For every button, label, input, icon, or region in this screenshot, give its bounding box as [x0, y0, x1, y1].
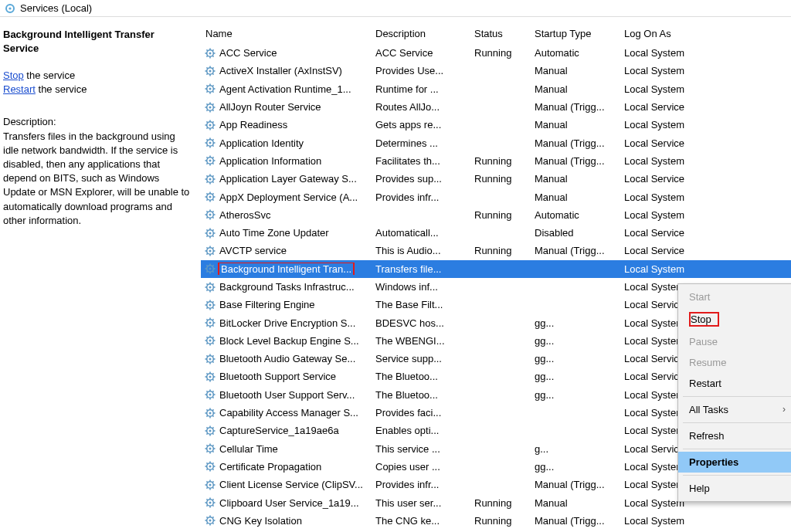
pane-header: Services (Local)	[0, 0, 791, 17]
service-row[interactable]: Application IdentityDetermines ...Manual…	[201, 134, 791, 151]
service-row[interactable]: Auto Time Zone UpdaterAutomaticall...Dis…	[201, 224, 791, 242]
cell-description: Provides faci...	[371, 407, 470, 418]
service-row[interactable]: Application InformationFacilitates th...…	[201, 152, 791, 170]
service-row[interactable]: App ReadinessGets apps re...ManualLocal …	[201, 116, 791, 134]
service-row[interactable]: Background Intelligent Tran...Transfers …	[201, 260, 791, 278]
cell-name: Background Intelligent Tran...	[201, 263, 371, 275]
service-row[interactable]: AtherosSvcRunningAutomaticLocal System	[201, 206, 791, 224]
cell-description: Determines ...	[371, 137, 470, 149]
column-headers[interactable]: Name Description Status Startup Type Log…	[201, 17, 791, 44]
service-row[interactable]: AllJoyn Router ServiceRoutes AllJo...Man…	[201, 98, 791, 116]
cell-description: Automaticall...	[371, 227, 470, 239]
cell-name: ActiveX Installer (AxInstSV)	[201, 65, 371, 77]
cell-description: Provides Use...	[371, 65, 470, 76]
cell-startup: Manual (Trigg...	[530, 245, 620, 256]
svg-line-69	[212, 158, 213, 158]
svg-line-30	[206, 91, 207, 92]
svg-line-140	[206, 290, 207, 290]
cell-description: Provides infr...	[371, 191, 470, 203]
cell-description: Windows inf...	[371, 281, 470, 293]
svg-line-260	[206, 505, 207, 506]
gear-icon	[204, 317, 216, 329]
service-row[interactable]: AppX Deployment Service (A...Provides in…	[201, 188, 791, 205]
col-header-description[interactable]: Description	[371, 28, 470, 39]
selected-service-title: Background Intelligent Transfer Service	[3, 28, 191, 55]
service-row[interactable]: ActiveX Installer (AxInstSV)Provides Use…	[201, 62, 791, 80]
svg-line-48	[212, 127, 213, 128]
svg-line-78	[212, 181, 213, 182]
svg-line-178	[212, 361, 213, 362]
cell-logon: Local System	[620, 119, 712, 130]
svg-line-148	[212, 307, 213, 308]
svg-line-40	[206, 110, 207, 110]
menu-help[interactable]: Help	[678, 478, 791, 499]
cell-logon: Local Service	[620, 137, 712, 149]
service-name-text: Background Intelligent Tran...	[219, 263, 355, 275]
service-row[interactable]: ACC ServiceACC ServiceRunningAutomaticLo…	[201, 44, 791, 62]
cell-startup: gg...	[530, 317, 620, 329]
col-header-name[interactable]: Name	[201, 28, 371, 39]
gear-icon	[204, 191, 216, 203]
cell-description: Enables opti...	[371, 425, 470, 436]
cell-name: AllJoyn Router Service	[201, 101, 371, 114]
cell-description: BDESVC hos...	[371, 317, 470, 329]
svg-line-88	[212, 199, 213, 200]
menu-separator	[683, 422, 791, 423]
svg-line-67	[206, 158, 207, 158]
service-name-text: ActiveX Installer (AxInstSV)	[219, 65, 342, 76]
menu-stop[interactable]: Stop	[678, 307, 791, 331]
menu-restart[interactable]: Restart	[678, 373, 791, 394]
menu-pause: Pause	[678, 331, 791, 352]
svg-line-209	[212, 409, 213, 410]
svg-line-108	[212, 236, 213, 236]
svg-line-147	[206, 301, 207, 302]
cell-status: Running	[470, 173, 530, 185]
cell-description: Gets apps re...	[371, 119, 470, 130]
service-name-text: Client License Service (ClipSV...	[219, 479, 363, 490]
gear-icon	[204, 388, 216, 401]
menu-properties[interactable]: Properties	[678, 452, 791, 473]
service-row[interactable]: CNG Key IsolationThe CNG ke...RunningMan…	[201, 512, 791, 530]
cell-startup: Manual (Trigg...	[530, 515, 620, 527]
menu-all-tasks[interactable]: All Tasks	[678, 399, 791, 420]
gear-icon	[204, 496, 216, 509]
svg-line-208	[212, 415, 213, 416]
cell-startup: Manual	[530, 83, 620, 95]
restart-link[interactable]: Restart	[3, 83, 36, 95]
cell-startup: Manual	[530, 497, 620, 509]
restart-service-line: Restart the service	[3, 83, 191, 97]
cell-description: The WBENGI...	[371, 335, 470, 347]
cell-description: Service supp...	[371, 353, 470, 364]
col-header-status[interactable]: Status	[470, 28, 530, 39]
cell-description: The Bluetoo...	[371, 371, 470, 382]
services-list-pane: Name Description Status Startup Type Log…	[201, 17, 791, 532]
svg-line-119	[212, 247, 213, 248]
stop-link[interactable]: Stop	[3, 69, 24, 81]
gear-icon	[204, 47, 216, 59]
svg-line-57	[206, 140, 207, 141]
service-row[interactable]: Application Layer Gateway S...Provides s…	[201, 170, 791, 188]
svg-point-41	[209, 106, 212, 108]
gear-icon	[204, 371, 216, 383]
svg-point-161	[209, 322, 212, 324]
service-row[interactable]: Agent Activation Runtime_1...Runtime for…	[201, 80, 791, 98]
cell-status: Running	[470, 155, 530, 167]
cell-status: Running	[470, 245, 530, 256]
svg-line-39	[212, 103, 213, 104]
menu-start: Start	[678, 286, 791, 307]
menu-refresh[interactable]: Refresh	[678, 425, 791, 446]
svg-line-207	[206, 409, 207, 410]
svg-point-71	[209, 160, 212, 162]
cell-description: Provides infr...	[371, 479, 470, 490]
cell-name: Bluetooth Audio Gateway Se...	[201, 353, 371, 365]
col-header-logon[interactable]: Log On As	[620, 28, 712, 39]
col-header-startup[interactable]: Startup Type	[530, 28, 620, 39]
cell-name: Application Identity	[201, 137, 371, 149]
service-row[interactable]: AVCTP serviceThis is Audio...RunningManu…	[201, 242, 791, 259]
svg-line-138	[212, 290, 213, 290]
svg-line-109	[212, 229, 213, 230]
svg-line-259	[212, 499, 213, 500]
service-name-text: Bluetooth Support Service	[219, 371, 336, 382]
gear-icon	[204, 83, 216, 95]
cell-name: ACC Service	[201, 47, 371, 59]
